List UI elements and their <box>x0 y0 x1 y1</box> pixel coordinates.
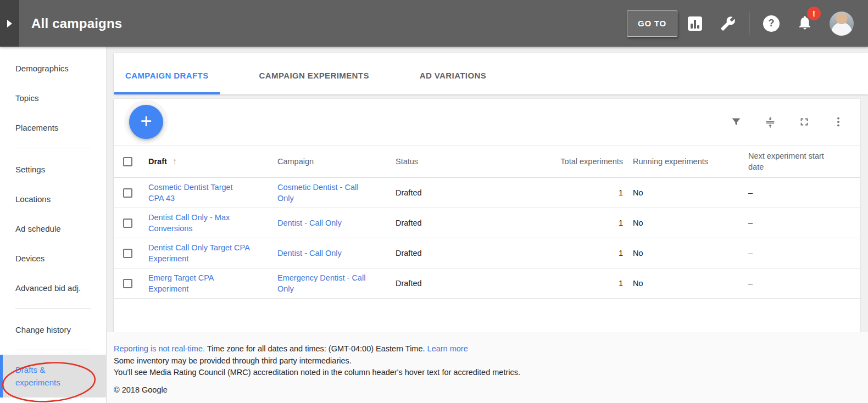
next-experiment-start-date-value: – <box>743 279 860 288</box>
status-value: Drafted <box>396 279 500 288</box>
column-header-draft[interactable]: Draft↑ <box>148 156 277 166</box>
campaign-link[interactable]: Dentist - Call Only <box>277 248 342 259</box>
footer: Reporting is not real-time. Time zone fo… <box>107 332 868 403</box>
expand-button[interactable] <box>798 116 810 128</box>
sidebar-item-settings[interactable]: Settings <box>0 154 106 184</box>
campaign-link[interactable]: Cosmetic Dentist - Call Only <box>277 182 370 204</box>
sidebar-divider <box>15 308 91 309</box>
column-header-total-experiments[interactable]: Total experiments <box>500 157 623 166</box>
row-checkbox[interactable] <box>123 279 132 288</box>
column-header-next-experiment-start-date[interactable]: Next experiment start date <box>743 150 860 172</box>
sidebar-item-drafts-experiments[interactable]: Drafts & experiments <box>0 355 106 398</box>
help-button[interactable]: ? <box>755 15 788 32</box>
campaign-link[interactable]: Emergency Dentist - Call Only <box>277 272 370 294</box>
play-arrow-icon <box>7 20 12 27</box>
sidebar-item-placements[interactable]: Placements <box>0 113 106 142</box>
running-experiments-value: No <box>623 279 743 288</box>
footer-reporting-line: Reporting is not real-time. Time zone fo… <box>114 343 852 355</box>
sidebar-item-change-history[interactable]: Change history <box>0 315 106 344</box>
column-header-running-experiments[interactable]: Running experiments <box>623 157 743 166</box>
topbar-divider <box>749 12 749 35</box>
status-value: Drafted <box>396 249 500 258</box>
notification-badge: ! <box>807 7 821 20</box>
campaign-link[interactable]: Dentist - Call Only <box>277 217 342 228</box>
plus-icon: + <box>140 110 152 133</box>
table-row: Cosmetic Dentist Target CPA 43 Cosmetic … <box>114 178 860 208</box>
next-experiment-start-date-value: – <box>743 219 860 227</box>
more-options-button[interactable] <box>832 116 844 128</box>
tab-bar: CAMPAIGN DRAFTS CAMPAIGN EXPERIMENTS AD … <box>114 53 868 94</box>
help-icon: ? <box>763 15 780 32</box>
select-all-checkbox[interactable] <box>123 157 132 166</box>
topbar-actions: GO TO ? ! <box>627 0 868 47</box>
avatar[interactable] <box>830 12 854 36</box>
tab-campaign-experiments[interactable]: CAMPAIGN EXPERIMENTS <box>248 53 380 94</box>
footer-inventory-line: Some inventory may be provided through t… <box>114 355 852 367</box>
running-experiments-value: No <box>623 188 743 197</box>
sidebar-item-advanced-bid-adj[interactable]: Advanced bid adj. <box>0 273 106 303</box>
next-experiment-start-date-value: – <box>743 188 860 197</box>
draft-link[interactable]: Dentist Call Only Target CPA Experiment <box>148 242 250 264</box>
draft-link[interactable]: Emerg Target CPA Experiment <box>148 272 250 294</box>
kebab-menu-icon <box>832 116 844 128</box>
next-experiment-start-date-value: – <box>743 249 860 258</box>
total-experiments-value: 1 <box>500 279 623 288</box>
total-experiments-value: 1 <box>500 249 623 258</box>
tab-ad-variations[interactable]: AD VARIATIONS <box>409 53 497 94</box>
sidebar-item-devices[interactable]: Devices <box>0 243 106 273</box>
draft-link[interactable]: Cosmetic Dentist Target CPA 43 <box>148 182 250 204</box>
column-header-campaign[interactable]: Campaign <box>277 157 396 166</box>
table-toolbar: + <box>114 99 860 145</box>
table-row: Dentist Call Only Target CPA Experiment … <box>114 238 860 268</box>
sidebar-item-topics[interactable]: Topics <box>0 83 106 113</box>
total-experiments-value: 1 <box>500 188 623 197</box>
draft-link[interactable]: Dentist Call Only - Max Conversions <box>148 212 250 234</box>
density-icon <box>764 116 776 128</box>
reporting-link[interactable]: Reporting is not real-time. <box>114 344 205 353</box>
table-row: Emerg Target CPA Experiment Emergency De… <box>114 268 860 299</box>
timezone-text: Time zone for all dates and times: (GMT-… <box>205 344 427 353</box>
table-header-row: Draft↑ Campaign Status Total experiments… <box>114 145 860 178</box>
row-checkbox[interactable] <box>123 249 132 258</box>
go-to-button[interactable]: GO TO <box>627 10 677 37</box>
table-row: Dentist Call Only - Max Conversions Dent… <box>114 208 860 238</box>
notifications-button[interactable]: ! <box>788 14 822 33</box>
selected-indicator-bar <box>0 355 3 398</box>
status-value: Drafted <box>396 219 500 227</box>
sidebar-item-demographics[interactable]: Demographics <box>0 53 106 83</box>
filter-icon <box>730 116 742 128</box>
tab-campaign-drafts[interactable]: CAMPAIGN DRAFTS <box>114 53 220 94</box>
add-draft-button[interactable]: + <box>129 105 163 139</box>
row-density-button[interactable] <box>764 116 776 128</box>
column-header-status[interactable]: Status <box>396 157 500 166</box>
drafts-table-card: + <box>114 99 860 332</box>
status-value: Drafted <box>396 188 500 197</box>
bar-chart-icon <box>688 16 702 31</box>
learn-more-link[interactable]: Learn more <box>427 344 468 353</box>
sidebar-divider <box>15 350 91 350</box>
wrench-icon <box>720 16 736 31</box>
sidebar-item-ad-schedule[interactable]: Ad schedule <box>0 214 106 243</box>
footer-mrc-line: You'll see Media Rating Council (MRC) ac… <box>114 367 852 379</box>
sidebar-item-locations[interactable]: Locations <box>0 184 106 214</box>
running-experiments-value: No <box>623 249 743 258</box>
reports-button[interactable] <box>677 16 713 31</box>
nav-expand-button[interactable] <box>0 0 19 47</box>
row-checkbox[interactable] <box>123 219 132 228</box>
main-content: CAMPAIGN DRAFTS CAMPAIGN EXPERIMENTS AD … <box>107 47 868 403</box>
sidebar: Demographics Topics Placements Settings … <box>0 47 107 403</box>
row-checkbox[interactable] <box>123 188 132 198</box>
copyright: © 2018 Google <box>114 385 852 394</box>
tools-button[interactable] <box>713 16 743 31</box>
page-title: All campaigns <box>31 16 122 31</box>
top-app-bar: All campaigns GO TO ? ! <box>0 0 868 47</box>
sort-ascending-icon: ↑ <box>173 156 177 166</box>
running-experiments-value: No <box>623 219 743 227</box>
filter-button[interactable] <box>730 116 742 128</box>
total-experiments-value: 1 <box>500 219 623 227</box>
fullscreen-icon <box>798 116 810 128</box>
sidebar-divider <box>15 148 91 148</box>
